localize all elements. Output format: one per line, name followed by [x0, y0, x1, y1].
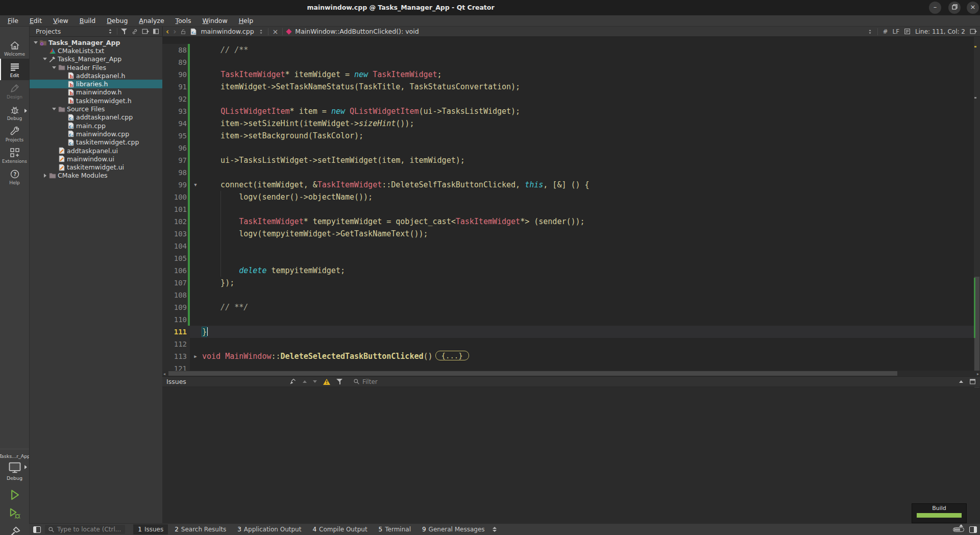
mode-item-welcome[interactable]: Welcome	[0, 37, 29, 59]
tree-item-taskitemwidget-h[interactable]: htaskitemwidget.h	[30, 96, 162, 105]
tree-item-header-files[interactable]: Header Files	[30, 63, 162, 71]
tree-item-mainwindow-h[interactable]: hmainwindow.h	[30, 88, 162, 96]
tree-item-mainwindow-cpp[interactable]: c+mainwindow.cpp	[30, 130, 162, 138]
code-line-98[interactable]: 98	[162, 166, 974, 179]
output-pane-terminal[interactable]: 5Terminal	[374, 524, 415, 534]
split-editor-icon[interactable]	[970, 28, 977, 35]
build-button[interactable]	[0, 523, 29, 535]
code-line-89[interactable]: 89	[162, 56, 974, 68]
lock-icon[interactable]	[180, 28, 186, 35]
code-editor[interactable]: 88 // /**8990 TaskItemWidget* itemWidget…	[162, 37, 974, 371]
symbol-dropdown-icon[interactable]	[867, 29, 873, 35]
output-pane-application-output[interactable]: 3Application Output	[233, 524, 306, 534]
code-line-99[interactable]: 99▼ connect(itemWidget, &TaskItemWidget:…	[162, 179, 974, 191]
tree-item-addtaskpanel-h[interactable]: haddtaskpanel.h	[30, 71, 162, 80]
hscroll-thumb[interactable]	[168, 371, 897, 376]
code-line-91[interactable]: 91 itemWidget->SetTaskNameStatus(TaskTit…	[162, 81, 974, 93]
code-line-107[interactable]: 107 });	[162, 277, 974, 289]
folded-code-badge[interactable]: {...}	[435, 351, 469, 360]
output-pane-issues[interactable]: 1Issues	[133, 524, 168, 534]
tree-item-taskitemwidget-cpp[interactable]: c+taskitemwidget.cpp	[30, 138, 162, 147]
back-icon[interactable]: ‹	[166, 28, 169, 35]
link-icon[interactable]	[131, 28, 138, 35]
tree-item-tasks-manager-app[interactable]: Tasks_Manager_App	[30, 38, 162, 46]
sort-icon[interactable]	[107, 28, 113, 35]
menu-item-build[interactable]: Build	[74, 15, 101, 26]
mode-item-edit[interactable]: Edit	[0, 59, 29, 80]
restore-button[interactable]	[948, 2, 961, 14]
mode-item-submenu-arrow[interactable]	[24, 109, 27, 113]
editor-horizontal-scrollbar[interactable]: ◂ ▸	[162, 371, 980, 376]
kit-expand-arrow[interactable]	[24, 465, 27, 469]
menu-item-debug[interactable]: Debug	[101, 15, 133, 26]
run-debug-button[interactable]	[0, 504, 29, 523]
tree-item-libraries-h[interactable]: hlibraries.h	[30, 80, 162, 88]
menu-item-help[interactable]: Help	[233, 15, 259, 26]
split-panel-icon[interactable]	[142, 28, 149, 35]
mode-item-projects[interactable]: Projects	[0, 123, 29, 144]
run-button[interactable]	[0, 486, 29, 504]
toggle-left-sidebar-icon[interactable]	[33, 526, 41, 533]
mode-item-debug[interactable]: Debug	[0, 102, 29, 123]
close-button[interactable]: ×	[967, 2, 979, 14]
maximize-panel-icon[interactable]	[969, 378, 976, 385]
code-line-101[interactable]: 101	[162, 203, 974, 215]
tree-item-cmakelists-txt[interactable]: CMakeLists.txt	[30, 46, 162, 55]
filter-icon[interactable]	[121, 28, 128, 35]
expand-arrow-closed[interactable]	[42, 174, 48, 178]
code-line-94[interactable]: 94 item->setSizeHint(itemWidget->sizeHin…	[162, 117, 974, 130]
encoding-indicator[interactable]: #	[883, 28, 888, 35]
menu-item-analyze[interactable]: Analyze	[133, 15, 169, 26]
next-item-icon[interactable]	[313, 380, 317, 383]
menu-item-file[interactable]: File	[2, 15, 24, 26]
code-line-102[interactable]: 102 TaskItemWidget* tempyitemWidget = qo…	[162, 215, 974, 228]
current-symbol[interactable]: MainWindow::AddButtonClicked(): void	[295, 28, 419, 35]
close-panel-icon[interactable]	[153, 28, 159, 35]
hscroll-right-arrow[interactable]: ▸	[977, 372, 979, 376]
mode-item-extensions[interactable]: Extensions	[0, 144, 29, 166]
menu-item-edit[interactable]: Edit	[24, 15, 47, 26]
mode-item-help[interactable]: ?Help	[0, 166, 29, 187]
code-line-90[interactable]: 90 TaskItemWidget* itemWidget = new Task…	[162, 68, 974, 81]
text-format-icon[interactable]	[904, 28, 911, 35]
fold-marker-open[interactable]: ▼	[190, 179, 201, 191]
collapse-panel-icon[interactable]	[959, 380, 963, 383]
menu-item-tools[interactable]: Tools	[170, 15, 197, 26]
locator-input[interactable]: Type to locate (Ctrl...	[45, 525, 125, 534]
tree-item-main-cpp[interactable]: c+main.cpp	[30, 121, 162, 130]
open-document-name[interactable]: mainwindow.cpp	[201, 28, 254, 35]
code-line-100[interactable]: 100 logv(sender()->objectName());	[162, 191, 974, 203]
code-line-109[interactable]: 109 // **/	[162, 301, 974, 313]
output-pane-compile-output[interactable]: 4Compile Output	[308, 524, 372, 534]
issues-filter-icon[interactable]	[336, 378, 343, 385]
tree-item-source-files[interactable]: Source Files	[30, 105, 162, 113]
code-line-88[interactable]: 88 // /**	[162, 44, 974, 56]
code-line-92[interactable]: 92	[162, 93, 974, 105]
code-line-112[interactable]: 112	[162, 338, 974, 350]
kit-target-icon-wrap[interactable]	[0, 459, 29, 475]
document-dropdown-icon[interactable]	[258, 29, 264, 35]
minimize-button[interactable]: –	[929, 2, 941, 14]
line-ending-indicator[interactable]: LF	[892, 28, 899, 35]
code-line-110[interactable]: 110	[162, 313, 974, 326]
code-line-108[interactable]: 108	[162, 289, 974, 301]
kit-selector[interactable]: Tasks...r_App Debug	[0, 449, 29, 535]
code-line-95[interactable]: 95 item->setBackground(TaskColor);	[162, 130, 974, 142]
expand-arrow-open[interactable]	[42, 58, 48, 60]
editor-vertical-scrollbar[interactable]	[974, 37, 980, 371]
show-warnings-icon[interactable]	[323, 379, 330, 385]
code-line-106[interactable]: 106 delete tempyitemWidget;	[162, 264, 974, 277]
toggle-right-sidebar-icon[interactable]	[969, 526, 977, 533]
output-pane-search-results[interactable]: 2Search Results	[170, 524, 231, 534]
hscroll-left-arrow[interactable]: ◂	[163, 372, 165, 376]
fold-marker-closed[interactable]: ▶	[190, 350, 201, 362]
code-line-96[interactable]: 96	[162, 142, 974, 154]
expand-arrow-open[interactable]	[51, 108, 57, 110]
forward-icon[interactable]: ›	[173, 28, 176, 35]
issues-filter-field[interactable]: Filter	[353, 378, 378, 385]
tree-item-cmake-modules[interactable]: CMake Modules	[30, 172, 162, 180]
tree-item-mainwindow-ui[interactable]: mainwindow.ui	[30, 155, 162, 163]
close-document-icon[interactable]: ×	[273, 29, 279, 35]
clean-icon[interactable]	[289, 378, 297, 385]
code-line-121[interactable]: 121	[162, 362, 974, 371]
